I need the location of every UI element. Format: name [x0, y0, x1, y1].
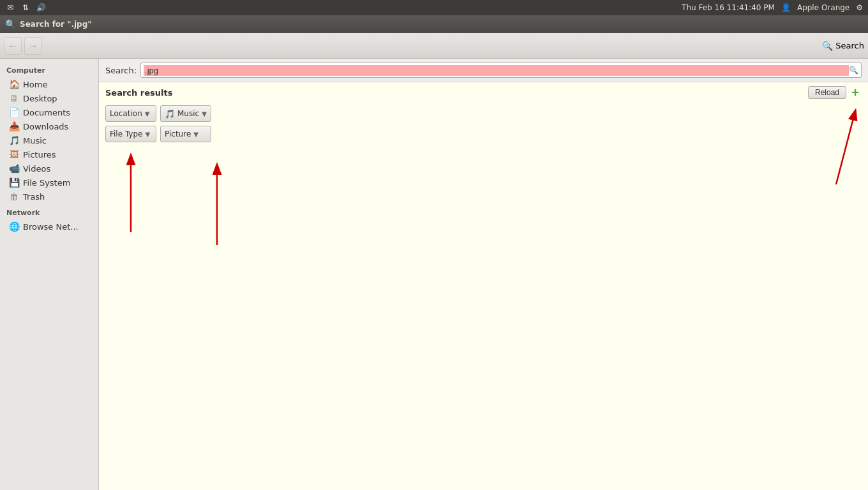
main-content: Search: 🔍 Search results Reload +	[99, 59, 868, 490]
sidebar-item-browse-net-label: Browse Net...	[23, 222, 79, 232]
sidebar: Computer 🏠 Home 🖥 Desktop 📄 Documents 📥 …	[0, 59, 99, 490]
sidebar-network-header: Network	[0, 204, 98, 219]
sidebar-item-pictures-label: Pictures	[23, 150, 56, 160]
picture-value-dropdown[interactable]: Picture ▼	[160, 126, 211, 142]
location-filter-arrow: ▼	[145, 110, 150, 117]
sidebar-item-videos-label: Videos	[23, 164, 50, 174]
music-icon: 🎵	[9, 135, 19, 145]
search-go-button[interactable]: 🔍	[849, 66, 858, 75]
window-icon: 🔍	[5, 19, 16, 29]
music-value-label: Music	[177, 109, 199, 118]
system-topbar: ✉ ⇅ 🔊 Thu Feb 16 11:41:40 PM 👤 Apple Ora…	[0, 0, 868, 15]
location-filter-dropdown[interactable]: Location ▼	[105, 105, 156, 122]
volume-icon: 🔊	[36, 3, 46, 13]
filter-rows: Location ▼ 🎵 Music ▼ — File Typ	[99, 103, 868, 147]
search-input-wrapper: 🔍	[140, 63, 862, 78]
search-input[interactable]	[144, 65, 849, 76]
documents-icon: 📄	[9, 107, 19, 117]
picture-value-arrow: ▼	[193, 131, 198, 138]
trash-icon: 🗑	[9, 191, 19, 202]
topbar-left: ✉ ⇅ 🔊	[5, 3, 46, 13]
forward-button[interactable]: →	[24, 37, 42, 55]
sidebar-computer-header: Computer	[0, 61, 98, 77]
music-value-dropdown[interactable]: 🎵 Music ▼	[160, 105, 211, 122]
sidebar-item-downloads-label: Downloads	[23, 122, 68, 131]
sidebar-item-filesystem-label: File System	[23, 178, 70, 188]
music-value-arrow: ▼	[202, 110, 207, 117]
sidebar-item-documents-label: Documents	[23, 108, 70, 117]
sidebar-item-trash[interactable]: 🗑 Trash	[3, 189, 96, 204]
toolbar-search-area: 🔍 Search	[822, 41, 864, 51]
sidebar-item-documents[interactable]: 📄 Documents	[3, 105, 96, 119]
back-button[interactable]: ←	[4, 37, 22, 55]
settings-icon[interactable]: ⚙	[856, 3, 863, 12]
search-results-label: Search results	[105, 88, 172, 98]
picture-value-label: Picture	[165, 130, 191, 138]
toolbar: ← → 🔍 Search	[0, 33, 868, 59]
user-icon: 👤	[781, 3, 791, 12]
sidebar-item-desktop-label: Desktop	[23, 94, 57, 103]
content-area: Computer 🏠 Home 🖥 Desktop 📄 Documents 📥 …	[0, 59, 868, 490]
mail-icon: ✉	[5, 3, 15, 13]
location-filter-label: Location	[110, 109, 142, 118]
browse-net-icon: 🌐	[9, 221, 19, 232]
sidebar-item-music-label: Music	[23, 136, 47, 145]
home-icon: 🏠	[9, 79, 19, 89]
sidebar-item-home[interactable]: 🏠 Home	[3, 77, 96, 91]
reload-button[interactable]: Reload	[808, 86, 846, 99]
search-toolbar-icon: 🔍	[822, 41, 833, 51]
search-bar: Search: 🔍	[99, 59, 868, 82]
sidebar-item-filesystem[interactable]: 💾 File System	[3, 175, 96, 189]
search-results-area: Search results Reload + Location ▼	[99, 82, 868, 490]
topbar-right: Thu Feb 16 11:41:40 PM 👤 Apple Orange ⚙	[682, 3, 863, 12]
sidebar-item-desktop[interactable]: 🖥 Desktop	[3, 91, 96, 105]
username-label: Apple Orange	[797, 3, 849, 12]
sidebar-item-videos[interactable]: 📹 Videos	[3, 161, 96, 175]
window-titlebar: 🔍 Search for ".jpg"	[0, 15, 868, 33]
search-toolbar-label: Search	[835, 41, 864, 50]
sidebar-item-pictures[interactable]: 🖼 Pictures	[3, 147, 96, 161]
search-results-header: Search results Reload +	[99, 82, 868, 103]
pictures-icon: 🖼	[9, 149, 19, 160]
datetime-label: Thu Feb 16 11:41:40 PM	[682, 3, 775, 12]
transfer-icon: ⇅	[20, 3, 31, 13]
filetype-filter-label: File Type	[110, 130, 142, 138]
filesystem-icon: 💾	[9, 177, 19, 188]
add-filter-button[interactable]: +	[849, 86, 862, 99]
videos-icon: 📹	[9, 163, 19, 174]
filter-row-2: File Type ▼ Picture ▼ —	[105, 126, 862, 142]
sidebar-item-browse-net[interactable]: 🌐 Browse Net...	[3, 219, 96, 234]
music-folder-icon: 🎵	[165, 109, 175, 119]
filetype-filter-dropdown[interactable]: File Type ▼	[105, 126, 156, 142]
window-title: Search for ".jpg"	[20, 20, 92, 29]
search-label: Search:	[105, 66, 137, 75]
filetype-filter-arrow: ▼	[145, 131, 150, 138]
sidebar-item-trash-label: Trash	[23, 192, 45, 202]
desktop-icon: 🖥	[9, 93, 19, 103]
sidebar-item-downloads[interactable]: 📥 Downloads	[3, 119, 96, 133]
filter-row-1: Location ▼ 🎵 Music ▼ —	[105, 105, 862, 122]
sidebar-item-music[interactable]: 🎵 Music	[3, 133, 96, 147]
sidebar-item-home-label: Home	[23, 80, 47, 89]
reload-add-row: Reload +	[808, 86, 862, 99]
downloads-icon: 📥	[9, 121, 19, 131]
